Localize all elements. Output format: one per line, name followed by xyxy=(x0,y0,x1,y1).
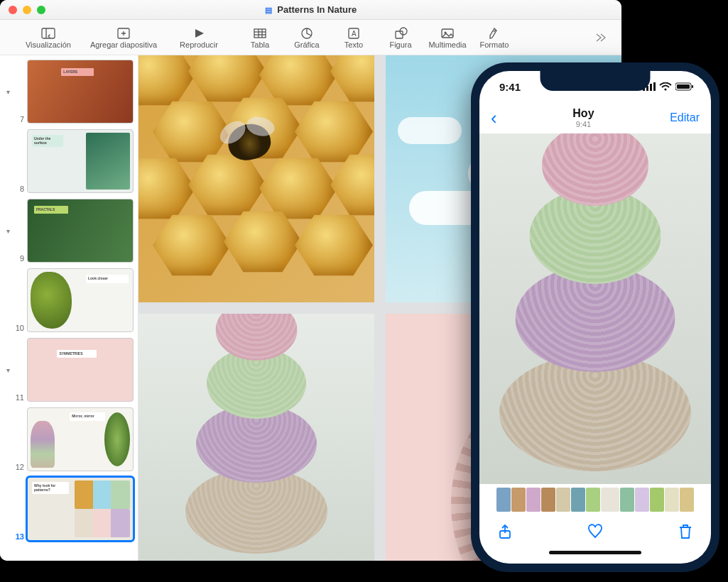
filmstrip-thumb[interactable] xyxy=(526,488,540,512)
filmstrip-thumb[interactable] xyxy=(586,488,600,512)
filmstrip-thumb[interactable] xyxy=(511,488,526,512)
heart-icon xyxy=(587,523,604,540)
delete-button[interactable] xyxy=(677,523,694,543)
slide-title: SYMMETRIES xyxy=(59,351,82,356)
text-label: Texto xyxy=(344,40,363,49)
slide-number: 12 xyxy=(13,463,24,471)
slide-number: 8 xyxy=(13,185,24,193)
photos-toolbar xyxy=(479,515,711,551)
add-slide-label: Agregar diapositiva xyxy=(90,40,157,49)
photos-subtitle-text: 9:41 xyxy=(572,120,594,128)
table-label: Tabla xyxy=(251,40,269,49)
filmstrip-thumb[interactable] xyxy=(541,488,555,512)
slide-thumbnail-12[interactable]: 12 Mirror, mirror xyxy=(3,407,134,471)
slide-title: Mirror, mirror xyxy=(72,414,94,418)
view-icon xyxy=(40,26,56,40)
svg-rect-21 xyxy=(650,84,652,91)
slide-number: 10 xyxy=(13,324,24,332)
photo-viewer[interactable] xyxy=(479,133,711,484)
table-button[interactable]: Tabla xyxy=(239,26,281,49)
shape-label: Figura xyxy=(389,40,411,49)
slide-thumbnail-8[interactable]: 8 Under the surface xyxy=(3,129,134,193)
toolbar-overflow-button[interactable] xyxy=(593,31,609,45)
share-icon xyxy=(496,523,514,540)
photo-filmstrip[interactable] xyxy=(479,484,711,515)
text-button[interactable]: A Texto xyxy=(332,26,375,49)
shape-button[interactable]: Figura xyxy=(379,26,422,49)
photos-title-text: Hoy xyxy=(572,107,594,120)
wifi-icon xyxy=(659,82,672,91)
table-icon xyxy=(252,26,268,40)
add-slide-button[interactable]: Agregar diapositiva xyxy=(88,26,159,49)
slide-thumbnail-9[interactable]: ▾ 9 FRACTALS xyxy=(3,199,134,263)
chart-button[interactable]: Gráfica xyxy=(286,26,328,49)
slide-number: 9 xyxy=(13,254,24,263)
filmstrip-thumb[interactable] xyxy=(635,488,649,512)
filmstrip-thumb[interactable] xyxy=(571,488,585,512)
slide-title: Why look for patterns? xyxy=(34,483,55,492)
filmstrip-thumb[interactable] xyxy=(601,488,619,512)
slide-title: Under the surface xyxy=(34,136,50,145)
favorite-button[interactable] xyxy=(587,523,604,543)
disclosure-chevron-icon[interactable]: ▾ xyxy=(3,227,13,235)
play-icon xyxy=(191,26,207,40)
edit-button[interactable]: Editar xyxy=(670,111,700,124)
text-icon: A xyxy=(346,26,362,40)
photos-title: Hoy 9:41 xyxy=(572,107,594,128)
home-indicator[interactable] xyxy=(479,551,711,564)
filmstrip-thumb[interactable] xyxy=(620,488,634,512)
share-button[interactable] xyxy=(496,523,514,543)
window-title: ▤ Patterns In Nature xyxy=(0,4,621,15)
filmstrip-thumb[interactable] xyxy=(680,488,694,512)
play-button[interactable]: Reproducir xyxy=(163,26,234,49)
filmstrip-thumb[interactable] xyxy=(665,488,679,512)
svg-rect-25 xyxy=(677,84,690,89)
iphone-screen: 9:41 ‹ Hoy 9:41 Editar xyxy=(479,71,711,564)
plus-icon xyxy=(116,26,131,40)
slide-thumbnail-13[interactable]: 13 Why look for patterns? xyxy=(3,477,134,541)
svg-marker-5 xyxy=(195,29,204,38)
toolbar: Visualización Agregar diapositiva Reprod… xyxy=(0,20,621,55)
photos-nav-bar: ‹ Hoy 9:41 Editar xyxy=(479,102,711,133)
slide-thumbnail-11[interactable]: ▾ 11 SYMMETRIES xyxy=(3,338,134,402)
trash-icon xyxy=(677,523,694,540)
grid-image-honeycomb[interactable] xyxy=(138,55,374,302)
disclosure-chevron-icon[interactable]: ▾ xyxy=(3,366,13,374)
media-label: Multimedia xyxy=(428,40,466,49)
format-label: Formato xyxy=(480,40,509,49)
slide-thumbnail-10[interactable]: 10 Look closer xyxy=(3,268,134,332)
svg-text:A: A xyxy=(352,30,357,38)
window-title-text: Patterns In Nature xyxy=(277,4,357,15)
slide-title: Look closer xyxy=(88,276,108,280)
play-label: Reproducir xyxy=(180,40,218,49)
svg-rect-26 xyxy=(692,85,693,88)
slide-number: 11 xyxy=(13,393,24,402)
view-label: Visualización xyxy=(26,40,71,49)
svg-rect-6 xyxy=(254,29,266,38)
slide-thumbnail-7[interactable]: ▾ 7 LAYERS xyxy=(3,60,134,123)
document-icon: ▤ xyxy=(265,6,272,14)
status-clock: 9:41 xyxy=(499,81,521,93)
slide-number: 7 xyxy=(13,115,24,123)
slide-title: FRACTALS xyxy=(36,207,55,212)
chart-icon xyxy=(299,26,315,40)
media-button[interactable]: Multimedia xyxy=(426,26,469,49)
disclosure-chevron-icon[interactable]: ▾ xyxy=(3,88,13,96)
svg-point-23 xyxy=(664,88,666,90)
slide-number: 13 xyxy=(13,532,24,541)
filmstrip-thumb[interactable] xyxy=(650,488,664,512)
chart-label: Gráfica xyxy=(294,40,319,49)
filmstrip-thumb[interactable] xyxy=(496,488,511,512)
media-icon xyxy=(440,26,455,40)
iphone-device: 9:41 ‹ Hoy 9:41 Editar xyxy=(471,62,719,572)
format-button[interactable]: Formato xyxy=(473,26,516,49)
slide-navigator[interactable]: ▾ 7 LAYERS 8 Under the surface xyxy=(0,55,138,561)
svg-rect-22 xyxy=(653,82,656,91)
back-button[interactable]: ‹ xyxy=(491,107,497,129)
chevron-right-double-icon xyxy=(593,31,609,45)
grid-image-urchins[interactable] xyxy=(138,314,374,561)
notch xyxy=(540,71,651,91)
filmstrip-thumb[interactable] xyxy=(556,488,570,512)
view-button[interactable]: Visualización xyxy=(13,26,84,49)
slide-title: LAYERS xyxy=(63,70,77,74)
